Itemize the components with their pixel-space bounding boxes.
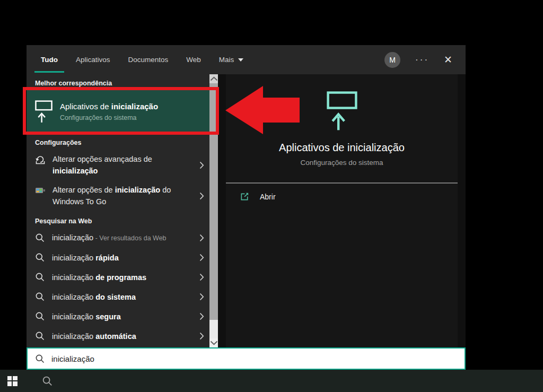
web-suggestion-segura[interactable]: inicialização segura [27, 307, 209, 326]
scroll-up-button[interactable] [209, 74, 218, 83]
preview-panel: Aplicativos de inicialização Configuraçõ… [226, 74, 458, 347]
web-suggestion-see-results[interactable]: inicialização - Ver resultados da Web [27, 228, 209, 248]
search-glyph-icon [35, 311, 45, 321]
chevron-right-icon [199, 234, 204, 242]
open-action[interactable]: Abrir [226, 184, 458, 210]
web-suggestion-de-programas[interactable]: inicialização de programas [27, 267, 209, 287]
web-suggestion-label: inicialização - Ver resultados da Web [52, 232, 167, 244]
chevron-down-icon [238, 58, 243, 62]
tab-aplicativos[interactable]: Aplicativos [75, 45, 111, 74]
windows-logo-icon [7, 376, 17, 386]
search-glyph-icon [35, 233, 45, 243]
preview-area: Aplicativos de inicialização Configuraçõ… [218, 74, 466, 347]
more-options-button[interactable]: ··· [415, 55, 429, 64]
search-glyph-icon [35, 252, 45, 263]
setting-item-label: Alterar opções de inicialização do Windo… [52, 184, 186, 207]
restart-tray-icon [35, 154, 46, 165]
scrollbar-thumb[interactable] [209, 83, 218, 320]
tab-mais[interactable]: Mais [218, 45, 245, 74]
taskbar [0, 370, 543, 392]
search-glyph-icon [35, 331, 45, 341]
chevron-down-icon [210, 341, 218, 345]
tab-tudo[interactable]: Tudo [40, 45, 59, 74]
web-suggestion-do-sistema[interactable]: inicialização do sistema [27, 287, 209, 307]
result-startup-apps[interactable]: Aplicativos de inicialização Configuraçõ… [27, 90, 209, 133]
taskbar-search-button[interactable] [36, 370, 58, 392]
search-icon [35, 354, 45, 364]
startup-apps-hero-icon [327, 91, 357, 131]
web-suggestion-label: inicialização rápida [52, 252, 119, 264]
web-suggestion-label: inicialização de programas [52, 272, 146, 283]
screen: Tudo Aplicativos Documentos Web Mais M ·… [0, 0, 543, 392]
best-match-title: Aplicativos de inicialização [60, 102, 158, 111]
tab-mais-label: Mais [219, 56, 234, 64]
chevron-right-icon [199, 332, 204, 340]
result-windows-to-go[interactable]: Alterar opções de inicialização do Windo… [27, 180, 209, 211]
search-box[interactable] [27, 347, 466, 370]
search-body: Melhor correspondência Aplicativos de in… [27, 74, 466, 347]
chevron-right-icon [199, 293, 204, 301]
results-scrollbar[interactable] [209, 74, 218, 347]
startup-apps-icon [35, 100, 52, 123]
user-avatar[interactable]: M [384, 52, 400, 68]
section-settings: Configurações [27, 133, 209, 150]
search-input[interactable] [51, 354, 457, 363]
chevron-right-icon [199, 273, 204, 281]
section-best-match: Melhor correspondência [27, 74, 209, 90]
chevron-right-icon [199, 192, 204, 200]
search-glyph-icon [35, 292, 45, 302]
chevron-right-icon [199, 254, 204, 262]
best-match-text: Aplicativos de inicialização Configuraçõ… [60, 102, 158, 121]
windows-search-flyout: Tudo Aplicativos Documentos Web Mais M ·… [27, 45, 466, 370]
results-panel: Melhor correspondência Aplicativos de in… [27, 74, 209, 347]
chevron-up-icon [210, 76, 218, 81]
open-action-label: Abrir [260, 193, 276, 201]
start-button[interactable] [0, 370, 24, 392]
chevron-right-icon [199, 312, 204, 320]
open-external-icon [240, 191, 250, 202]
web-suggestion-automatica[interactable]: inicialização automática [27, 326, 209, 346]
best-match-subtitle: Configurações do sistema [60, 114, 158, 121]
chevron-right-icon [199, 161, 204, 169]
search-glyph-icon [35, 272, 45, 282]
close-button[interactable]: ✕ [444, 55, 452, 65]
taskbar-search-icon [42, 376, 53, 387]
web-suggestion-label: inicialização segura [52, 311, 121, 323]
setting-item-label: Alterar opções avançadas de inicializaçã… [52, 153, 186, 177]
section-web-search: Pesquisar na Web [27, 211, 209, 228]
scroll-down-button[interactable] [209, 338, 218, 347]
web-suggestion-label: inicialização do sistema [52, 291, 136, 303]
web-suggestion-label: inicialização automática [52, 330, 136, 342]
search-header: Tudo Aplicativos Documentos Web Mais M ·… [27, 45, 466, 74]
windows-to-go-icon [35, 185, 46, 196]
preview-subtitle: Configurações do sistema [300, 159, 383, 167]
tab-documentos[interactable]: Documentos [127, 45, 170, 74]
tab-web[interactable]: Web [185, 45, 202, 74]
preview-title: Aplicativos de inicialização [279, 142, 405, 154]
web-suggestion-rapida[interactable]: inicialização rápida [27, 248, 209, 267]
result-advanced-startup[interactable]: Alterar opções avançadas de inicializaçã… [27, 150, 209, 180]
